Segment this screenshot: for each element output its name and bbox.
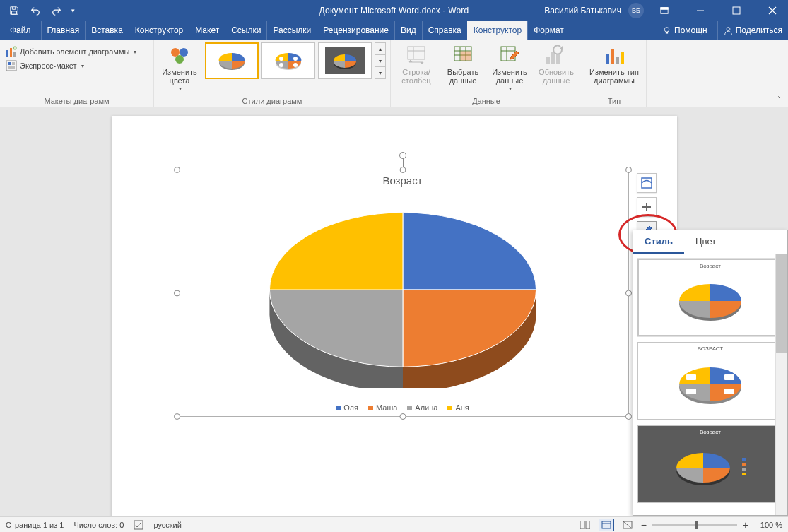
flyout-styles-list[interactable]: Возраст ВОЗРАСТ Возраст: [633, 254, 787, 515]
svg-rect-7: [666, 32, 668, 33]
rotate-handle[interactable]: [399, 152, 406, 159]
resize-handle[interactable]: [174, 167, 180, 173]
lightbulb-icon: [662, 26, 671, 35]
tab-home[interactable]: Главная: [41, 21, 86, 40]
chart-style-3[interactable]: [318, 42, 372, 79]
tab-view[interactable]: Вид: [394, 21, 422, 40]
add-chart-element-button[interactable]: Добавить элемент диаграммы▾: [4, 45, 138, 58]
styles-gallery-expand[interactable]: ▴▾▾: [375, 42, 386, 79]
change-chart-type-icon: [603, 44, 625, 66]
svg-rect-59: [686, 374, 696, 380]
flyout-tab-style[interactable]: Стиль: [633, 230, 684, 254]
switch-row-column-button: Строка/ столбец: [395, 42, 437, 85]
legend-item[interactable]: Маша: [368, 403, 397, 412]
resize-handle[interactable]: [174, 413, 180, 420]
legend-item[interactable]: Аня: [447, 403, 469, 412]
status-page[interactable]: Страница 1 из 1: [6, 521, 64, 529]
flyout-style-1[interactable]: Возраст: [637, 259, 783, 336]
chart-object[interactable]: Возраст ОляМашаАлинаАня: [177, 170, 629, 417]
tab-help[interactable]: Справка: [422, 21, 467, 40]
svg-rect-66: [580, 521, 584, 529]
chart-title[interactable]: Возраст: [177, 175, 628, 187]
svg-point-29: [279, 63, 283, 67]
legend-swatch: [407, 406, 412, 410]
ribbon-display-options[interactable]: [648, 0, 680, 21]
svg-rect-1: [660, 8, 667, 10]
ribbon-panel: Добавить элемент диаграммы▾ Экспресс-мак…: [0, 40, 788, 107]
undo-button[interactable]: [25, 1, 45, 20]
status-language[interactable]: русский: [153, 521, 181, 529]
minimize-button[interactable]: [684, 0, 716, 21]
layout-options-icon: [640, 177, 653, 189]
svg-rect-61: [742, 458, 746, 461]
pie-chart[interactable]: [234, 199, 572, 388]
view-read-mode[interactable]: [577, 519, 593, 531]
svg-rect-3: [733, 7, 740, 14]
user-name[interactable]: Василий Батькавич: [544, 6, 624, 16]
tab-design[interactable]: Конструктор: [129, 21, 189, 40]
svg-rect-9: [6, 50, 8, 57]
proofing-icon[interactable]: [134, 520, 143, 530]
legend-item[interactable]: Алина: [407, 403, 437, 412]
resize-handle[interactable]: [399, 167, 406, 173]
chart-legend[interactable]: ОляМашаАлинаАня: [177, 403, 628, 412]
group-label-data: Данные: [395, 95, 577, 105]
zoom-in-button[interactable]: +: [743, 519, 748, 531]
flyout-tab-color[interactable]: Цвет: [684, 230, 727, 254]
tab-chart-format[interactable]: Формат: [527, 21, 570, 40]
save-button[interactable]: [4, 1, 24, 20]
chart-layout-options-button[interactable]: [637, 173, 657, 193]
collapse-ribbon-button[interactable]: ˅: [774, 94, 784, 104]
user-avatar[interactable]: ВБ: [628, 3, 644, 18]
resize-handle[interactable]: [625, 167, 632, 173]
zoom-slider[interactable]: [652, 524, 737, 526]
legend-label: Аня: [455, 403, 469, 412]
share-button[interactable]: Поделиться: [717, 21, 788, 40]
view-print-layout[interactable]: [599, 519, 614, 531]
chart-styles-flyout: Стиль Цвет Возраст ВОЗРАСТ Возраст: [633, 230, 788, 516]
svg-point-8: [727, 27, 730, 30]
status-word-count[interactable]: Число слов: 0: [73, 521, 124, 529]
tab-chart-design[interactable]: Конструктор: [467, 21, 527, 40]
svg-point-6: [664, 27, 669, 32]
resize-handle[interactable]: [625, 413, 632, 420]
legend-item[interactable]: Оля: [336, 403, 358, 412]
tab-file[interactable]: Файл: [0, 21, 41, 40]
chart-style-2[interactable]: [261, 42, 315, 79]
tab-insert[interactable]: Вставка: [85, 21, 129, 40]
chart-style-1[interactable]: [205, 42, 259, 79]
resize-handle[interactable]: [399, 413, 406, 420]
tab-review[interactable]: Рецензирование: [317, 21, 394, 40]
resize-handle[interactable]: [625, 290, 632, 297]
maximize-button[interactable]: [720, 0, 752, 21]
chart-elements-button[interactable]: [637, 197, 657, 217]
flyout-style-2[interactable]: ВОЗРАСТ: [637, 342, 783, 420]
legend-label: Алина: [415, 403, 437, 412]
flyout-scrollbar[interactable]: [775, 254, 787, 515]
select-data-button[interactable]: Выбрать данные: [442, 42, 484, 85]
close-button[interactable]: [756, 0, 788, 21]
tab-references[interactable]: Ссылки: [225, 21, 266, 40]
tab-layout[interactable]: Макет: [189, 21, 225, 40]
zoom-out-button[interactable]: −: [641, 519, 647, 531]
flyout-style-3[interactable]: Возраст: [637, 425, 783, 503]
group-label-layouts: Макеты диаграмм: [4, 95, 149, 105]
svg-rect-62: [742, 463, 746, 466]
quick-layout-button[interactable]: Экспресс-макет▾: [4, 59, 138, 72]
svg-rect-57: [724, 389, 734, 394]
edit-data-icon: [498, 44, 521, 66]
svg-rect-49: [616, 57, 619, 64]
zoom-level[interactable]: 100 %: [754, 521, 782, 529]
tell-me[interactable]: Помощн: [652, 21, 717, 40]
view-web-layout[interactable]: [620, 519, 635, 531]
qat-customize[interactable]: ▾: [68, 1, 78, 20]
group-label-styles: Стили диаграмм: [158, 95, 386, 105]
change-chart-type-button[interactable]: Изменить тип диаграммы: [587, 42, 642, 85]
tab-mailings[interactable]: Рассылки: [266, 21, 317, 40]
svg-rect-47: [606, 54, 609, 64]
edit-data-button[interactable]: Изменить данные▾: [488, 42, 531, 93]
resize-handle[interactable]: [174, 290, 180, 297]
change-colors-button[interactable]: Изменить цвета▾: [158, 42, 201, 93]
ribbon-tabs: Файл Главная Вставка Конструктор Макет С…: [0, 21, 788, 40]
redo-button[interactable]: [47, 1, 66, 20]
